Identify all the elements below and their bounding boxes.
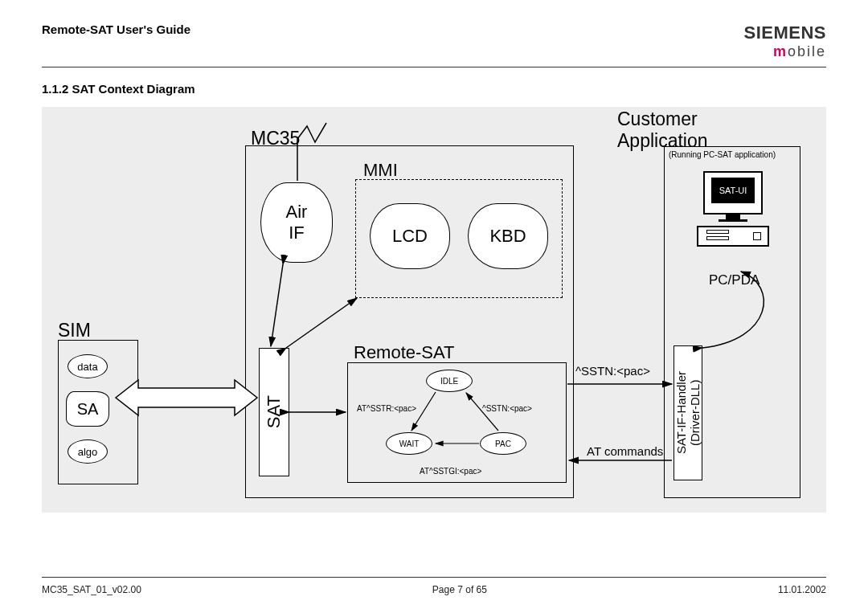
brand-logo: SIEMENS mobile — [743, 22, 826, 60]
svg-line-6 — [466, 393, 498, 431]
footer-date: 11.01.2002 — [778, 584, 826, 595]
footer-rule — [42, 577, 826, 578]
sat-context-diagram: MC35 Air IF MMI LCD KBD SAT Remote-SAT I… — [42, 107, 826, 513]
svg-line-0 — [271, 264, 283, 346]
brand-line-2: mobile — [743, 43, 826, 60]
footer-doc-id: MC35_SAT_01_v02.00 — [42, 584, 141, 595]
brand-line-1: SIEMENS — [743, 22, 826, 43]
svg-line-1 — [286, 298, 357, 348]
section-heading: 1.1.2 SAT Context Diagram — [42, 82, 826, 96]
document-title: Remote-SAT User's Guide — [42, 22, 190, 36]
arrows-overlay — [42, 107, 813, 513]
footer-page: Page 7 of 65 — [432, 584, 487, 595]
svg-line-5 — [411, 392, 436, 431]
header-rule — [42, 67, 826, 67]
